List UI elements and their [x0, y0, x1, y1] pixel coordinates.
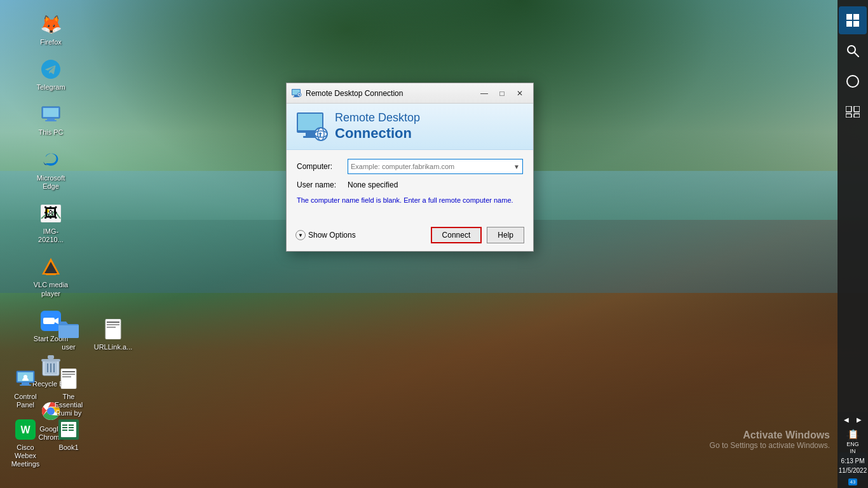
- book-icon: [56, 417, 81, 442]
- svg-rect-31: [62, 371, 75, 372]
- computer-dropdown-icon[interactable]: ▼: [513, 163, 520, 170]
- warning-text: The computer name field is blank. Enter …: [297, 196, 523, 205]
- svg-rect-3: [45, 120, 57, 121]
- tray-nav: ◀ ▶: [841, 414, 865, 426]
- desktop-icon-area-2: user: [43, 311, 94, 356]
- svg-rect-42: [62, 430, 67, 431]
- desktop-icon-url[interactable]: URLLink.a...: [88, 313, 139, 355]
- banner-line2: Connection: [335, 125, 420, 142]
- svg-rect-23: [107, 324, 119, 325]
- svg-rect-58: [853, 14, 859, 20]
- svg-line-62: [855, 53, 858, 57]
- connect-button[interactable]: Connect: [431, 227, 482, 243]
- right-sidebar: ◀ ▶ 📋 ENG IN 6:13 PM 11/5/2022 43: [837, 0, 868, 488]
- banner-line1: Remote Desktop: [335, 111, 420, 125]
- computer-row: Computer: ▼: [297, 159, 523, 174]
- svg-point-61: [848, 46, 855, 53]
- desktop-icon-img[interactable]: 🖼 IMG-20210...: [25, 197, 76, 248]
- firefox-icon: 🦊: [38, 11, 64, 37]
- svg-rect-27: [22, 383, 29, 384]
- user-folder-icon: [56, 316, 81, 342]
- banner-icon: [297, 111, 327, 142]
- desktop: 🦊 Firefox Telegram This PC Microsoft Edg…: [0, 0, 868, 488]
- desktop-icon-telegram[interactable]: Telegram: [25, 53, 76, 95]
- desktop-icon-firefox[interactable]: 🦊 Firefox: [25, 8, 76, 50]
- svg-rect-41: [69, 427, 74, 428]
- svg-rect-59: [846, 21, 852, 27]
- vlc-icon: [38, 254, 64, 280]
- dialog-action-buttons: Connect Help: [431, 227, 524, 243]
- system-time[interactable]: 6:13 PM: [841, 457, 864, 465]
- webex-label: Cisco Webex Meetings: [5, 444, 46, 469]
- desktop-icon-vlc[interactable]: VLC media player: [25, 250, 76, 301]
- system-date[interactable]: 11/5/2022: [839, 466, 867, 475]
- desktop-icon-user[interactable]: user: [43, 313, 94, 355]
- svg-rect-52: [306, 133, 315, 136]
- svg-rect-1: [43, 108, 58, 117]
- dialog-banner: Remote Desktop Connection: [287, 104, 533, 150]
- rumi-icon: [56, 366, 81, 391]
- svg-rect-57: [846, 14, 852, 20]
- dialog-title-text: Remote Desktop Connection: [306, 89, 403, 98]
- show-options-button[interactable]: ▼ Show Options: [295, 230, 356, 240]
- notification-badge[interactable]: 43: [848, 478, 858, 485]
- dialog-controls: — □ ✕: [476, 87, 528, 100]
- firefox-label: Firefox: [40, 38, 62, 46]
- svg-rect-67: [854, 114, 860, 118]
- task-view-button[interactable]: [839, 98, 867, 126]
- dialog-footer: ▼ Show Options Connect Help: [287, 222, 533, 251]
- dialog-title-left: Remote Desktop Connection: [292, 88, 403, 98]
- this-pc-label: This PC: [38, 128, 63, 137]
- minimize-button[interactable]: —: [476, 87, 492, 100]
- windows-start-button[interactable]: [839, 6, 867, 34]
- svg-rect-39: [69, 424, 74, 426]
- svg-text:W: W: [20, 424, 31, 435]
- rdc-title-icon: [292, 88, 302, 98]
- desktop-icon-edge[interactable]: Microsoft Edge: [25, 144, 76, 194]
- svg-point-49: [299, 93, 301, 95]
- computer-input-wrapper: ▼: [348, 159, 523, 174]
- computer-input[interactable]: [351, 163, 513, 170]
- book-label: Book1: [58, 444, 78, 452]
- url-label: URLLink.a...: [94, 343, 133, 351]
- cortana-button[interactable]: [839, 67, 867, 95]
- cpanel-icon: [13, 366, 38, 391]
- svg-rect-9: [46, 273, 56, 275]
- close-button[interactable]: ✕: [512, 87, 528, 100]
- search-button[interactable]: [839, 37, 867, 65]
- svg-rect-40: [62, 427, 67, 428]
- edge-icon: [38, 147, 64, 173]
- img-icon: 🖼: [38, 201, 64, 226]
- svg-rect-38: [62, 424, 67, 426]
- show-options-icon: ▼: [295, 230, 306, 240]
- svg-point-63: [847, 76, 858, 87]
- username-label: User name:: [297, 180, 348, 189]
- nav-left-button[interactable]: ◀: [841, 414, 852, 426]
- activate-line2: Go to Settings to activate Windows.: [710, 441, 830, 450]
- language-indicator[interactable]: ENG IN: [846, 441, 859, 456]
- desktop-icon-this-pc[interactable]: This PC: [25, 98, 76, 140]
- username-row: User name: None specified: [297, 180, 523, 189]
- svg-rect-65: [854, 106, 860, 112]
- user-label: user: [62, 343, 75, 351]
- maximize-button[interactable]: □: [494, 87, 510, 100]
- img-label: IMG-20210...: [31, 227, 71, 244]
- clipboard-icon[interactable]: 📋: [847, 428, 858, 440]
- cpanel-label: Control Panel: [5, 393, 46, 409]
- svg-rect-43: [69, 430, 74, 431]
- edge-label: Microsoft Edge: [31, 174, 71, 191]
- dialog-body: Computer: ▼ User name: None specified Th…: [287, 150, 533, 222]
- desktop-icon-book[interactable]: Book1: [43, 413, 94, 456]
- nav-right-button[interactable]: ▶: [853, 414, 865, 426]
- url-icon: [100, 316, 126, 342]
- desktop-icon-area-7: Book1: [43, 412, 94, 457]
- show-options-label: Show Options: [308, 231, 356, 240]
- this-pc-icon: [38, 102, 64, 127]
- desktop-icon-area-3: URLLink.a...: [88, 311, 139, 356]
- webex-icon: W: [13, 417, 38, 442]
- activate-windows-watermark: Activate Windows Go to Settings to activ…: [710, 430, 830, 450]
- svg-rect-22: [107, 322, 119, 323]
- help-button[interactable]: Help: [487, 227, 524, 243]
- svg-rect-64: [846, 106, 851, 112]
- region-text: IN: [850, 448, 855, 454]
